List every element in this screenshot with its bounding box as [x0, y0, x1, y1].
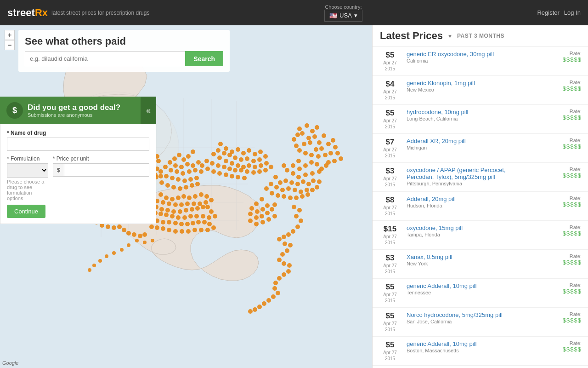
price-list-item[interactable]: $5 Apr 272015 generic Adderall, 10mg pil… [373, 337, 588, 366]
svg-point-210 [176, 196, 181, 200]
search-button[interactable]: Search [185, 51, 223, 66]
rate-dollars: $$$$$ [531, 201, 582, 208]
svg-point-130 [236, 147, 240, 152]
price-list-item[interactable]: $3 Apr 272015 oxycodone / APAP (generic … [373, 163, 588, 192]
svg-point-330 [127, 243, 130, 247]
price-drug-name: Adderall XR, 20mg pill [407, 138, 526, 144]
price-date: Apr 272015 [379, 350, 401, 362]
svg-point-222 [173, 202, 178, 207]
price-date-col: $8 Apr 272015 [379, 196, 401, 217]
country-button[interactable]: 🇺🇸 USA ▾ [324, 10, 362, 22]
svg-point-233 [190, 207, 194, 212]
svg-point-143 [216, 148, 220, 153]
formulation-select[interactable] [7, 163, 48, 178]
svg-point-122 [248, 218, 253, 223]
submission-toggle-button[interactable]: « [141, 97, 156, 124]
search-input[interactable] [25, 51, 185, 66]
price-list-item[interactable]: $3 Apr 272015 Xanax, 0.5mg pill New York… [373, 250, 588, 279]
rate-dollars: $$$$$ [531, 230, 582, 237]
rate-label: Rate: [531, 138, 582, 143]
svg-point-73 [276, 193, 280, 198]
svg-point-66 [293, 188, 297, 192]
register-link[interactable]: Register [537, 9, 559, 16]
price-location: New York [407, 261, 526, 266]
price-list-item[interactable]: $5 Apr 272015 Norco hydrocodone, 5mg/325… [373, 308, 588, 337]
price-list-item[interactable]: $5 Apr 272015 Adderall, 10mg pill Blacks… [373, 366, 588, 368]
svg-point-316 [126, 231, 131, 236]
svg-point-24 [314, 147, 318, 152]
svg-point-263 [205, 228, 210, 232]
svg-point-224 [161, 200, 165, 205]
svg-point-123 [254, 222, 259, 226]
svg-point-124 [260, 220, 265, 224]
login-link[interactable]: Log In [564, 9, 581, 16]
zoom-out-button[interactable]: − [5, 40, 15, 50]
svg-point-32 [292, 137, 296, 142]
price-info: hydrocodone, 10mg pill Long Beach, Calif… [407, 109, 526, 121]
svg-point-131 [241, 151, 246, 155]
price-list-item[interactable]: $8 Apr 272015 Adderall, 20mg pill Hudson… [373, 192, 588, 221]
latest-prices-title: Latest Prices [380, 30, 443, 42]
rate-dollars: $$$$$ [531, 288, 582, 295]
svg-point-217 [204, 200, 208, 205]
right-panel-header: Latest Prices ▾ PAST 3 MONTHS [373, 25, 588, 47]
svg-point-213 [193, 194, 198, 199]
price-date-col: $5 Apr 272015 [379, 340, 401, 362]
svg-point-153 [264, 161, 269, 166]
svg-point-208 [164, 196, 169, 200]
svg-point-184 [196, 160, 201, 165]
country-label: Choose country: [324, 4, 362, 10]
svg-point-78 [305, 192, 310, 197]
map-area: + − See what others paid Search $ Did yo… [0, 25, 372, 368]
svg-point-267 [180, 229, 184, 234]
svg-point-178 [172, 156, 177, 161]
svg-point-269 [167, 228, 171, 232]
price-date-col: $3 Apr 272015 [379, 167, 401, 188]
svg-point-15 [300, 131, 305, 136]
price-list-item[interactable]: $4 Apr 272015 generic Klonopin, 1mg pill… [373, 76, 588, 105]
price-amount: $5 [379, 311, 401, 321]
svg-point-39 [332, 159, 337, 163]
logo[interactable]: streetRx [7, 7, 48, 19]
rate-label: Rate: [531, 282, 582, 288]
time-filter[interactable]: PAST 3 MONTHS [457, 33, 504, 39]
price-amount: $3 [379, 253, 401, 263]
svg-point-128 [224, 146, 228, 151]
price-drug-name: generic Adderall, 10mg pill [407, 282, 526, 289]
submission-form: * Name of drug * Formulation Please choo… [0, 124, 156, 224]
svg-point-62 [306, 182, 311, 186]
svg-point-57 [278, 180, 283, 185]
drug-required-marker: * Name of drug [7, 130, 46, 136]
svg-point-234 [195, 206, 200, 211]
price-info: oxycodone / APAP (generic Percocet, Perc… [407, 167, 526, 186]
price-info: Xanax, 0.5mg pill New York [407, 253, 526, 266]
svg-point-16 [315, 125, 319, 130]
latest-prices-dropdown-icon[interactable]: ▾ [448, 32, 452, 40]
price-list-item[interactable]: $7 Apr 272015 Adderall XR, 20mg pill Mic… [373, 134, 588, 163]
svg-point-164 [210, 161, 215, 166]
continue-button[interactable]: Continue [7, 205, 45, 218]
svg-point-138 [245, 156, 249, 161]
price-input-wrapper: $ [53, 163, 149, 177]
svg-point-319 [142, 232, 147, 237]
price-input[interactable] [64, 164, 149, 176]
price-list-item[interactable]: $15 Apr 272015 oxycodone, 15mg pill Tamp… [373, 221, 588, 250]
price-amount: $3 [379, 167, 401, 176]
svg-point-69 [274, 185, 279, 190]
price-list-item[interactable]: $5 Apr 272015 generic Adderall, 10mg pil… [373, 279, 588, 308]
drug-name-input[interactable] [7, 138, 149, 151]
svg-point-33 [295, 132, 300, 137]
country-selector[interactable]: Choose country: 🇺🇸 USA ▾ [324, 4, 362, 22]
price-list-item[interactable]: $5 Apr 272015 hydrocodone, 10mg pill Lon… [373, 105, 588, 134]
svg-point-136 [257, 157, 262, 162]
price-info: generic Klonopin, 1mg pill New Mexico [407, 80, 526, 92]
svg-point-75 [288, 196, 293, 200]
svg-point-177 [177, 153, 181, 157]
svg-point-239 [207, 215, 211, 220]
svg-point-240 [201, 214, 205, 218]
svg-point-64 [305, 188, 309, 192]
zoom-in-button[interactable]: + [5, 30, 15, 40]
svg-point-49 [317, 169, 322, 174]
price-list-item[interactable]: $5 Apr 272015 generic ER oxycodone, 30mg… [373, 47, 588, 76]
svg-point-100 [277, 276, 282, 281]
